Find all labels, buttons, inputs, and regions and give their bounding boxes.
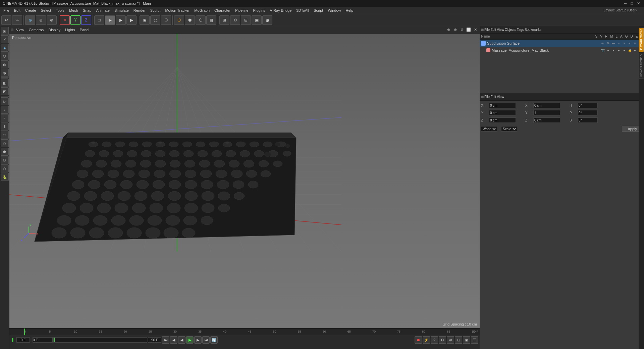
play-btn[interactable]: ▶ [186, 336, 194, 344]
subdiv-icon-type[interactable]: ▪ [616, 41, 621, 46]
left-tool-6[interactable]: ◑ [1, 69, 9, 77]
left-tool-14[interactable]: ⬡ [1, 139, 9, 147]
attr-h-rot[interactable] [578, 103, 598, 108]
menu-edit[interactable]: Edit [12, 8, 22, 13]
solo-btn[interactable]: ◕ [262, 15, 272, 25]
subdiv-icon-check[interactable]: ✓ [627, 41, 632, 46]
vp-ctrl-1[interactable]: ⊕ [445, 27, 451, 33]
left-tool-10[interactable]: ⟁ [1, 106, 9, 114]
vp-ctrl-fullscreen[interactable]: ⬜ [466, 27, 472, 33]
obj-icon-render-on[interactable]: ● [616, 48, 621, 53]
minimize-btn[interactable]: ─ [623, 1, 628, 6]
obj-menu-objects[interactable]: Objects [505, 28, 516, 32]
viewport-drag-handle[interactable]: ⊞ [11, 28, 13, 32]
obj-menu-bookmarks[interactable]: Bookmarks [525, 28, 541, 32]
vp-ctrl-close[interactable]: ✕ [472, 27, 478, 33]
menu-render[interactable]: Render [131, 8, 148, 13]
vp-menu-display[interactable]: Display [46, 27, 62, 33]
step-fwd-btn[interactable]: ▶ [194, 336, 202, 344]
vp-ctrl-2[interactable]: ⊕ [452, 27, 458, 33]
display-mode-3[interactable]: ☉ [161, 15, 171, 25]
vp-menu-panel[interactable]: Panel [78, 27, 91, 33]
poly-mode-btn[interactable]: ▦ [206, 15, 216, 25]
subdiv-icon-s1[interactable]: ≡ [633, 41, 637, 46]
go-to-start-btn[interactable]: ⏮ [162, 336, 169, 344]
left-tool-15[interactable]: ⬟ [1, 148, 9, 156]
edge-mode-btn[interactable]: ⬡ [196, 15, 206, 25]
3d-viewport[interactable]: X Y Z Perspective Grid Spacing : 10 cm [9, 34, 480, 328]
left-tool-4[interactable]: ⬡ [1, 52, 9, 60]
display-mode-2[interactable]: ◎ [150, 15, 160, 25]
timeline-scrubber[interactable] [53, 337, 147, 343]
auto-key-btn[interactable]: ⚡ [423, 336, 430, 344]
obj-menu-file[interactable]: File [484, 28, 490, 32]
left-tool-3[interactable]: ◈ [1, 44, 9, 52]
tool-btn-2[interactable]: ⊕ [47, 15, 57, 25]
end-frame-input[interactable] [148, 337, 161, 343]
left-tool-17[interactable]: ⬡ [1, 164, 9, 172]
left-tool-16[interactable]: ⬠ [1, 156, 9, 164]
menu-help[interactable]: Help [344, 8, 356, 13]
render-to-viewer-btn[interactable]: ▶ [116, 15, 126, 25]
obj-icon-camera[interactable]: 📷 [600, 48, 605, 53]
content-browser-tab[interactable]: Content Browser [639, 53, 644, 79]
object-subdivision-surface[interactable]: Subdivision Surface ✏ 👁 — ▪ × ✓ ≡ ▷ [480, 40, 644, 47]
menu-character[interactable]: Character [212, 8, 232, 13]
left-tool-2[interactable]: ✕ [1, 35, 9, 43]
menu-vray-bridge[interactable]: V-Ray Bridge [268, 8, 294, 13]
left-tool-11[interactable]: ≈ [1, 114, 9, 122]
attr-z-pos[interactable] [489, 117, 516, 123]
left-tool-7[interactable]: ◧ [1, 79, 9, 87]
vp-menu-cameras[interactable]: Cameras [27, 27, 46, 33]
mode-x[interactable]: ✕ [60, 15, 70, 25]
menu-simulate[interactable]: Simulate [112, 8, 131, 13]
subdiv-icon-edit[interactable]: ✏ [600, 41, 605, 46]
step-back-btn[interactable]: ◀ [170, 336, 177, 344]
menu-animate[interactable]: Animate [94, 8, 112, 13]
menu-tools[interactable]: Tools [54, 8, 66, 13]
obj-icon-lock[interactable]: 🔒 [627, 48, 632, 53]
scale-select[interactable]: Scale [501, 126, 517, 132]
snap-btn[interactable]: ⊞ [219, 15, 229, 25]
add-key-btn[interactable]: ⊕ [447, 336, 454, 344]
attr-z-scale[interactable] [533, 117, 560, 123]
coord-sys-btn[interactable]: ⊟ [241, 15, 251, 25]
menu-create[interactable]: Create [23, 8, 38, 13]
menu-mesh[interactable]: Mesh [67, 8, 80, 13]
attr-menu-file[interactable]: File [484, 95, 490, 99]
menu-file[interactable]: File [1, 8, 11, 13]
attr-x-scale[interactable] [533, 103, 560, 108]
left-tool-8[interactable]: ◩ [1, 87, 9, 95]
obj-icon-vis-off[interactable]: ● [611, 48, 616, 53]
object-mode-btn[interactable]: ⬡ [174, 15, 184, 25]
preview-btn[interactable]: ⊟ [455, 336, 462, 344]
workaplane-btn[interactable]: ▣ [252, 15, 262, 25]
frame-input[interactable] [16, 337, 30, 343]
left-tool-1[interactable]: ▣ [1, 27, 9, 35]
obj-icon-vis-on[interactable]: ● [606, 48, 610, 53]
add-object-btn[interactable]: ⊕ [25, 15, 35, 25]
attr-x-pos[interactable] [489, 103, 516, 108]
menu-3dtoall[interactable]: 3DToAll [294, 8, 311, 13]
point-mode-btn[interactable]: ⬢ [185, 15, 195, 25]
timeline-settings-btn[interactable]: ⚙ [439, 336, 446, 344]
mode-z[interactable]: Z [81, 15, 91, 25]
mode-y[interactable]: Y [70, 15, 80, 25]
menu-window[interactable]: Window [326, 8, 343, 13]
left-tool-12[interactable]: $ [1, 122, 9, 131]
attr-menu-edit[interactable]: Edit [490, 95, 496, 99]
menu-sculpt[interactable]: Sculpt [148, 8, 163, 13]
left-tool-9[interactable]: ▷ [1, 97, 9, 105]
menu-script[interactable]: Script [312, 8, 325, 13]
attr-b-rot[interactable] [578, 117, 598, 123]
object-massage-mat[interactable]: Massage_Acupuncture_Mat_Black 📷 ● ● ● ● … [480, 47, 644, 54]
render-btn[interactable]: ▶ [126, 15, 137, 25]
obj-menu-tags[interactable]: Tags [517, 28, 524, 32]
left-tool-13[interactable]: ◠ [1, 131, 9, 139]
vp-ctrl-3[interactable]: ⊕ [459, 27, 465, 33]
render-preview-btn[interactable]: ▶ [105, 15, 115, 25]
timeline-options-btn[interactable]: ☰ [471, 336, 478, 344]
subdiv-icon-vis[interactable]: 👁 [606, 41, 610, 46]
display-mode-1[interactable]: ◉ [140, 15, 150, 25]
go-to-end-btn[interactable]: ⏭ [202, 336, 210, 344]
